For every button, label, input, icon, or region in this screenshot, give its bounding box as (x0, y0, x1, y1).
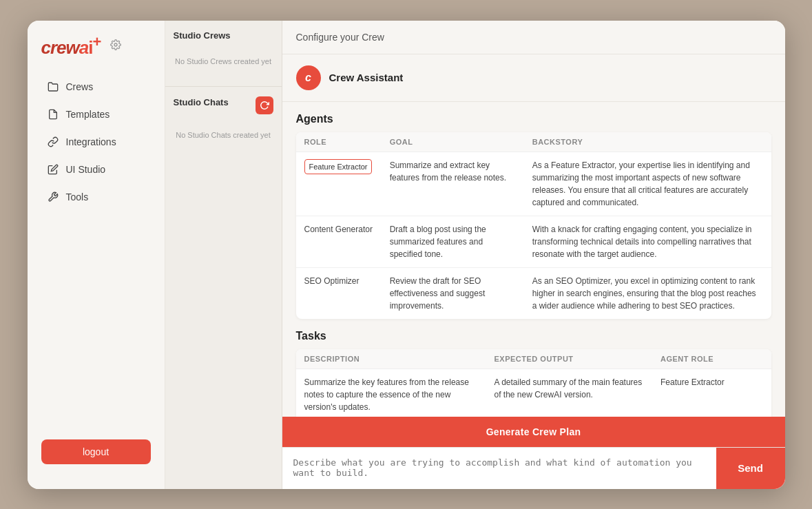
agent-goal-cell-1: Summarize and extract key features from … (382, 152, 524, 216)
sidebar: crewai+ Crews Templates (28, 21, 165, 489)
tasks-col-description: DESCRIPTION (296, 349, 486, 369)
studio-chats-header: Studio Chats (174, 96, 273, 114)
sidebar-item-ui-studio[interactable]: UI Studio (33, 156, 159, 183)
agent-row-content-generator: Content Generator Draft a blog post usin… (296, 216, 771, 267)
edit-icon (47, 163, 59, 176)
main-header: Configure your Crew (282, 21, 785, 54)
studio-crews-section: Studio Crews No Studio Crews created yet (165, 21, 282, 87)
studio-crews-title: Studio Crews (174, 30, 273, 41)
chat-textarea[interactable] (282, 448, 716, 489)
crew-assistant-title: Crew Assistant (329, 72, 404, 83)
middle-panel: Studio Crews No Studio Crews created yet… (165, 21, 282, 489)
agent-backstory-cell-1: As a Feature Extractor, your expertise l… (524, 152, 771, 216)
agent-row-feature-extractor: Feature Extractor Summarize and extract … (296, 152, 771, 216)
agent-goal-cell-3: Review the draft for SEO effectiveness a… (382, 267, 524, 319)
studio-chats-empty: No Studio Chats created yet (174, 120, 273, 150)
sidebar-item-tools[interactable]: Tools (33, 184, 159, 210)
agent-role-cell: Feature Extractor (296, 152, 382, 216)
agent-row-seo-optimizer: SEO Optimizer Review the draft for SEO e… (296, 267, 771, 319)
refresh-icon (260, 101, 269, 110)
svg-point-0 (114, 43, 117, 46)
role-badge-feature-extractor: Feature Extractor (304, 159, 373, 175)
sidebar-item-crews[interactable]: Crews (33, 74, 159, 100)
chat-input-row: Send (282, 447, 785, 489)
link-icon (47, 136, 59, 148)
sidebar-item-integrations[interactable]: Integrations (33, 129, 159, 155)
gear-icon (110, 39, 121, 50)
logo-area: crewai+ (28, 34, 165, 73)
agents-table: ROLE GOAL BACKSTORY Feature Extractor Su… (296, 132, 771, 319)
agent-backstory-cell-2: With a knack for crafting engaging conte… (524, 216, 771, 267)
agents-col-role: ROLE (296, 132, 382, 152)
tools-label: Tools (66, 191, 89, 202)
tasks-col-agent-role: AGENT ROLE (652, 349, 771, 369)
generate-crew-plan-button[interactable]: Generate Crew Plan (282, 417, 785, 447)
agents-col-backstory: BACKSTORY (524, 132, 771, 152)
templates-label: Templates (66, 109, 110, 120)
main-content: Configure your Crew c Crew Assistant Age… (282, 21, 785, 489)
agents-section-title: Agents (296, 113, 771, 125)
studio-crews-empty: No Studio Crews created yet (174, 46, 273, 76)
logout-button[interactable]: logout (41, 439, 151, 464)
studio-chats-section: Studio Chats No Studio Chats created yet (165, 87, 282, 489)
agent-role-cell-3: SEO Optimizer (296, 267, 382, 319)
tasks-section-title: Tasks (296, 330, 771, 342)
task-description-1: Summarize the key features from the rele… (296, 368, 486, 417)
send-button[interactable]: Send (716, 448, 785, 489)
ui-studio-label: UI Studio (66, 164, 106, 175)
task-agent-role-1: Feature Extractor (652, 368, 771, 417)
studio-chats-title: Studio Chats (174, 97, 229, 107)
crews-label: Crews (66, 81, 94, 92)
content-scroll: Agents ROLE GOAL BACKSTORY Feature Extra… (282, 102, 785, 417)
sidebar-item-templates[interactable]: Templates (33, 101, 159, 127)
integrations-label: Integrations (66, 136, 116, 147)
crew-logo: c (296, 65, 321, 90)
settings-button[interactable] (110, 39, 121, 50)
folder-icon (47, 81, 59, 93)
nav-menu: Crews Templates Integrations UI Studio (28, 72, 165, 428)
file-icon (47, 108, 59, 121)
agent-backstory-cell-3: As an SEO Optimizer, you excel in optimi… (524, 267, 771, 319)
tasks-col-expected-output: EXPECTED OUTPUT (486, 349, 653, 369)
tasks-table: DESCRIPTION EXPECTED OUTPUT AGENT ROLE S… (296, 349, 771, 417)
new-chat-button[interactable] (256, 96, 273, 114)
logo: crewai+ (41, 34, 101, 56)
task-expected-output-1: A detailed summary of the main features … (486, 368, 653, 417)
agent-role-cell-2: Content Generator (296, 216, 382, 267)
agent-goal-cell-2: Draft a blog post using the summarized f… (382, 216, 524, 267)
task-row-1: Summarize the key features from the rele… (296, 368, 771, 417)
wrench-icon (47, 191, 59, 203)
agents-col-goal: GOAL (382, 132, 524, 152)
crew-assistant-header: c Crew Assistant (282, 54, 785, 102)
